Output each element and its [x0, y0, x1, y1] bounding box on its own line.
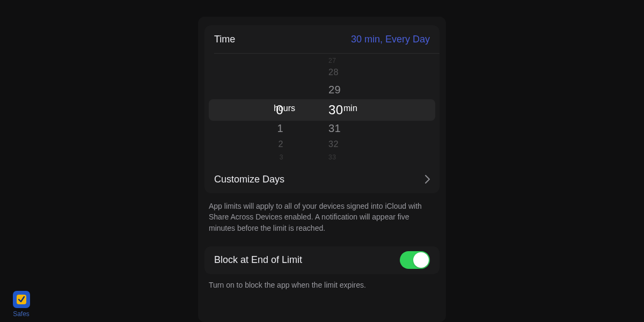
mins-value: 28	[328, 68, 339, 77]
block-toggle[interactable]	[400, 251, 430, 269]
customize-days-row[interactable]: Customize Days	[204, 165, 440, 193]
dock-app-label: Safes	[9, 310, 33, 318]
mins-value: 33	[328, 153, 336, 161]
devices-note: App limits will apply to all of your dev…	[198, 193, 446, 233]
time-row[interactable]: Time 30 min, Every Day	[204, 25, 440, 53]
time-card: Time 30 min, Every Day 0 1 2 3	[204, 25, 440, 193]
time-picker[interactable]: 0 1 2 3 27 28 29 30 31 32	[204, 54, 440, 165]
hours-value: 3	[280, 153, 283, 161]
mins-value: 31	[328, 122, 341, 135]
dock-app-safes[interactable]: Safes	[9, 291, 33, 318]
minutes-unit-label: min	[343, 104, 357, 113]
customize-days-label: Customize Days	[214, 174, 284, 185]
hours-value: 1	[277, 122, 283, 135]
mins-value-selected: 30	[328, 103, 343, 118]
app-limit-panel: Time 30 min, Every Day 0 1 2 3	[198, 17, 446, 322]
time-summary-value: 30 min, Every Day	[351, 34, 430, 45]
block-card: Block at End of Limit	[204, 246, 440, 274]
mins-value: 27	[328, 57, 336, 64]
minutes-wheel[interactable]: 27 28 29 30 31 32 33	[322, 54, 440, 165]
time-label: Time	[214, 34, 235, 45]
block-at-end-row[interactable]: Block at End of Limit	[204, 246, 440, 274]
block-at-end-label: Block at End of Limit	[214, 254, 302, 266]
hours-unit-label: hours	[274, 104, 295, 113]
mins-value: 29	[328, 84, 341, 96]
hours-wheel[interactable]: 0 1 2 3	[204, 54, 322, 165]
svg-rect-0	[17, 295, 26, 304]
mins-value: 32	[328, 140, 339, 149]
block-note: Turn on to block the app when the limit …	[198, 274, 446, 289]
chevron-right-icon	[425, 175, 430, 184]
hours-value: 2	[279, 140, 283, 149]
safes-app-icon	[13, 291, 30, 308]
